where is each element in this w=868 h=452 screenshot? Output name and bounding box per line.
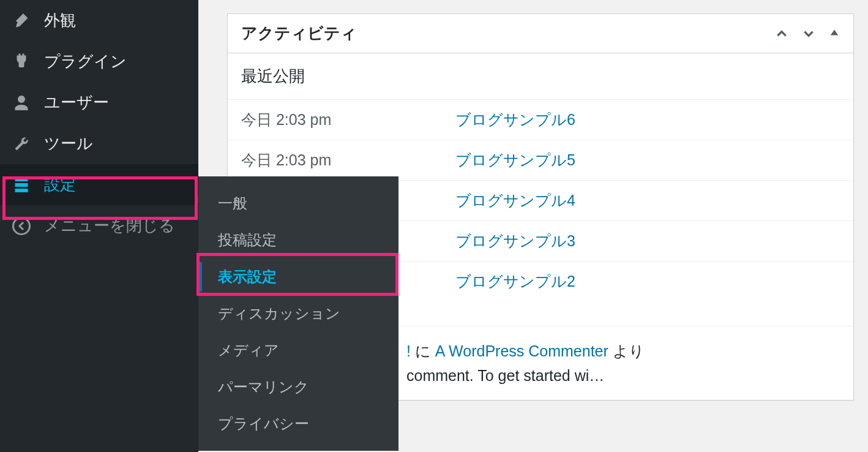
chevron-down-icon[interactable] <box>802 27 815 40</box>
sidebar-item-label: ツール <box>44 133 93 154</box>
comment-body: comment. To get started wi… <box>406 363 840 388</box>
submenu-item-media[interactable]: メディア <box>198 332 398 369</box>
submenu-item-reading[interactable]: 表示設定 <box>198 258 398 295</box>
sidebar-item-label: ユーザー <box>44 92 109 113</box>
post-link[interactable]: ブログサンプル4 <box>455 190 575 211</box>
plug-icon <box>12 53 37 71</box>
post-date: 今日 2:03 pm <box>241 110 455 130</box>
sidebar-item-label: 外観 <box>44 10 76 31</box>
paintbrush-icon <box>12 12 37 30</box>
chevron-up-icon[interactable] <box>775 27 788 40</box>
sliders-icon <box>12 176 37 194</box>
user-icon <box>12 94 37 112</box>
post-link[interactable]: ブログサンプル2 <box>455 271 575 292</box>
submenu-item-privacy[interactable]: プライバシー <box>198 405 398 442</box>
recent-title: 最近公開 <box>228 53 853 99</box>
svg-point-0 <box>13 217 30 234</box>
sidebar-item-tools[interactable]: ツール <box>0 123 198 164</box>
sidebar-item-settings[interactable]: 設定 <box>0 164 198 205</box>
post-row: 今日 2:03 pm ブログサンプル6 <box>228 99 853 140</box>
sidebar-item-collapse[interactable]: メニューを閉じる <box>0 205 198 246</box>
submenu-item-discussion[interactable]: ディスカッション <box>198 295 398 332</box>
settings-submenu: 一般 投稿設定 表示設定 ディスカッション メディア パーマリンク プライバシー <box>198 176 398 451</box>
sidebar-item-label: メニューを閉じる <box>44 215 175 236</box>
sidebar-item-label: 設定 <box>44 174 76 195</box>
wrench-icon <box>12 135 37 153</box>
submenu-item-writing[interactable]: 投稿設定 <box>198 222 398 258</box>
panel-header: アクティビティ <box>228 14 853 53</box>
post-date: 今日 2:03 pm <box>241 150 455 170</box>
comment-text: より <box>608 342 645 360</box>
triangle-up-icon[interactable] <box>829 27 840 40</box>
sidebar-item-label: プラグイン <box>44 51 127 72</box>
submenu-item-general[interactable]: 一般 <box>198 185 398 222</box>
post-link[interactable]: ブログサンプル6 <box>455 110 575 130</box>
post-link[interactable]: ブログサンプル3 <box>455 231 575 251</box>
comment-text: に <box>411 342 435 360</box>
sidebar-item-appearance[interactable]: 外観 <box>0 0 198 41</box>
collapse-arrow-icon <box>12 217 37 235</box>
sidebar-item-users[interactable]: ユーザー <box>0 82 198 123</box>
panel-controls <box>775 27 840 40</box>
comment-source-link[interactable]: ! <box>406 342 411 360</box>
submenu-arrow-icon <box>195 192 202 207</box>
panel-title: アクティビティ <box>241 23 357 44</box>
sidebar-item-plugins[interactable]: プラグイン <box>0 41 198 82</box>
admin-sidebar: 外観 プラグイン ユーザー ツール 設定 メニューを閉じる <box>0 0 198 452</box>
submenu-item-permalinks[interactable]: パーマリンク <box>198 369 398 405</box>
post-link[interactable]: ブログサンプル5 <box>455 150 575 170</box>
commenter-link[interactable]: A WordPress Commenter <box>435 342 608 360</box>
post-row: 今日 2:03 pm ブログサンプル5 <box>228 140 853 180</box>
